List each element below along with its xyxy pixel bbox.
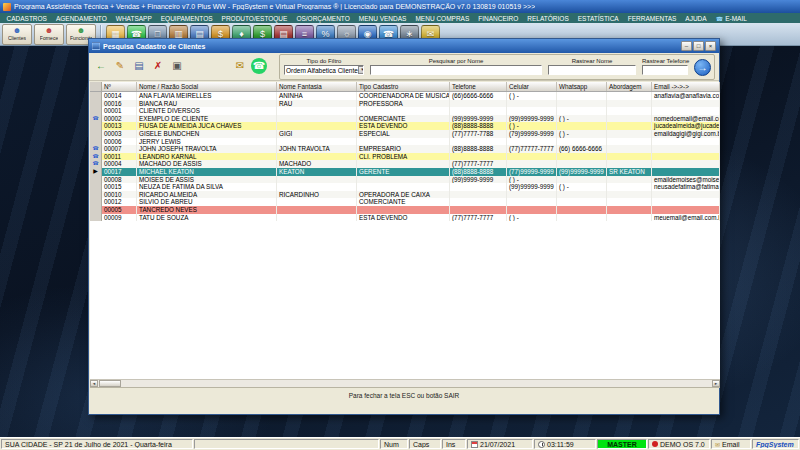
hscroll-thumb[interactable] — [99, 380, 121, 387]
grid-cell: 00011 — [102, 153, 137, 161]
menu-item-ajuda[interactable]: AJUDA — [681, 13, 711, 23]
menu-item-relat-rios[interactable]: RELATÓRIOS — [523, 13, 573, 23]
grid-cell: (99)99999-9999 — [507, 115, 557, 123]
grid-cell — [652, 168, 720, 176]
new-record-button[interactable]: ✎ — [112, 58, 128, 74]
menu-item-equipamentos[interactable]: EQUIPAMENTOS — [156, 13, 217, 23]
grid-cell — [557, 153, 607, 161]
column-header-n[interactable]: Nº — [102, 82, 137, 91]
email-button[interactable]: ✉ — [232, 58, 248, 74]
dialog-titlebar[interactable]: Pesquisa Cadastro de Clientes –□× — [89, 39, 719, 53]
pesquisar-nome-label: Pesquisar por Nome — [370, 57, 542, 65]
grid-cell: (77)7777-7788 — [450, 130, 507, 138]
menu-item-ferramentas[interactable]: FERRAMENTAS — [623, 13, 681, 23]
table-row[interactable]: 00016BIANCA RAURAUPROFESSORA — [90, 100, 720, 108]
grid-cell: 00004 — [102, 160, 137, 168]
grid-cell: ( ) - — [507, 176, 557, 184]
table-row[interactable]: 00003GISELE BUNDCHENGIGIESPECIAL(77)7777… — [90, 130, 720, 138]
search-go-button[interactable]: → — [694, 59, 711, 76]
grid-cell: RICARDO ALMEIDA — [137, 191, 277, 199]
menu-item-estat-stica[interactable]: ESTATÍSTICA — [573, 13, 623, 23]
grid-cell — [607, 206, 652, 214]
menu-item-e-mail[interactable]: ☎E-MAIL — [711, 13, 751, 23]
menu-item-agendamento[interactable]: AGENDAMENTO — [51, 13, 111, 23]
maximize-button[interactable]: □ — [693, 41, 704, 51]
column-header-abordagem[interactable]: Abordagem — [607, 82, 652, 91]
dialog-tool-icons: ←✎▤✗▣✉☎ — [93, 58, 267, 74]
grid-cell: (99)99999-9999 — [507, 183, 557, 191]
table-row[interactable]: 00009TATU DE SOUZAESTA DEVENDO(77)7777-7… — [90, 214, 720, 222]
row-indicator — [90, 100, 102, 108]
table-row[interactable]: ☎00004MACHADO DE ASSISMACHADO(77)7777-77… — [90, 160, 720, 168]
grid-cell — [277, 176, 357, 184]
menu-item-produto-estoque[interactable]: PRODUTO/ESTOQUE — [217, 13, 292, 23]
grid-cell — [607, 214, 652, 222]
row-indicator — [90, 198, 102, 206]
menu-item-financeiro[interactable]: FINANCEIRO — [474, 13, 523, 23]
dialog-title: Pesquisa Cadastro de Clientes — [103, 43, 678, 50]
pesquisar-nome-input[interactable] — [370, 65, 542, 75]
minimize-button[interactable]: – — [681, 41, 692, 51]
grid-cell: ANA FLAVIA MEIRELLES — [137, 92, 277, 100]
column-header-telefone[interactable]: Telefone — [450, 82, 507, 91]
tipo-filtro-select[interactable]: Ordem Alfabetica Cliente ▼ — [284, 65, 364, 75]
grid-cell: MACHADO — [277, 160, 357, 168]
grid-cell: (99)9999-9999 — [450, 115, 507, 123]
dialog-icon — [92, 42, 100, 50]
status-brand: FpqSystem — [752, 439, 799, 449]
grid-cell — [357, 206, 450, 214]
table-row[interactable]: 00014ANA FLAVIA MEIRELLESANINHACOORDENAD… — [90, 92, 720, 100]
grid-cell — [652, 206, 720, 214]
row-indicator — [90, 206, 102, 214]
fornece-button[interactable]: ☻Fornece — [34, 24, 64, 45]
delete-record-button[interactable]: ✗ — [150, 58, 166, 74]
row-indicator — [90, 107, 102, 115]
hscroll-right-button[interactable]: ► — [712, 380, 720, 387]
table-row[interactable]: 00013FIUSA DE ALMEIDA JUCA CHAVESESTA DE… — [90, 122, 720, 130]
table-row[interactable]: ☎00007JOHN JOSEPH TRAVOLTAJOHN TRAVOLTAE… — [90, 145, 720, 153]
grid-cell: EXEMPLO DE CLIENTE — [137, 115, 277, 123]
rastrear-telefone-input[interactable] — [642, 65, 688, 75]
table-row[interactable]: 00006JERRY LEWIS — [90, 138, 720, 146]
column-header-nome-fantasia[interactable]: Nome Fantasia — [277, 82, 357, 91]
rastrear-nome-input[interactable] — [548, 65, 636, 75]
table-row[interactable]: 00005TANCREDO NEVES — [90, 206, 720, 214]
menu-item-menu-vendas[interactable]: MENU VENDAS — [354, 13, 411, 23]
grid-cell: emaildagigi@gigi.com.br — [652, 130, 720, 138]
table-row[interactable]: ▶00017MICHAEL KEATONKEATONGERENTE(88)888… — [90, 168, 720, 176]
close-button[interactable]: × — [705, 41, 716, 51]
table-row[interactable]: 00015NEUZA DE FATIMA DA SILVA(99)99999-9… — [90, 183, 720, 191]
grid-cell — [357, 176, 450, 184]
column-header-email[interactable]: Email ->->-> — [652, 82, 720, 91]
hscroll-track[interactable] — [121, 380, 712, 387]
exit-button[interactable]: ← — [93, 58, 109, 74]
clientes-button[interactable]: ☻Clientes — [2, 24, 32, 45]
table-row[interactable]: 00001CLIENTE DIVERSOS — [90, 107, 720, 115]
menu-item-cadastros[interactable]: CADASTROS — [2, 13, 51, 23]
table-row[interactable]: 00012SILVIO DE ABREUCOMERCIANTE — [90, 198, 720, 206]
grid-cell: (66) 6666-6666 — [557, 145, 607, 153]
whatsapp-button[interactable]: ☎ — [251, 58, 267, 74]
table-row[interactable]: 00010RICARDO ALMEIDARICARDINHOOPERADORA … — [90, 191, 720, 199]
hscroll-left-button[interactable]: ◄ — [90, 380, 98, 387]
column-header-nome-raz-o-social[interactable]: Nome / Razão Social — [137, 82, 277, 91]
status-email[interactable]: ✉ Email — [711, 439, 751, 449]
grid-cell — [357, 107, 450, 115]
column-header-whatsapp[interactable]: Whatsapp — [557, 82, 607, 91]
column-header-tipo-cadastro[interactable]: Tipo Cadastro — [357, 82, 450, 91]
edit-record-button[interactable]: ▤ — [131, 58, 147, 74]
grid-header: NºNome / Razão SocialNome FantasiaTipo C… — [90, 82, 720, 92]
print-button[interactable]: ▣ — [169, 58, 185, 74]
menu-item-os-or-amento[interactable]: OS/ORÇAMENTO — [292, 13, 354, 23]
clients-person-icon: ☻ — [13, 27, 21, 35]
row-indicator: ☎ — [90, 145, 102, 153]
menu-item-whatsapp[interactable]: WHATSAPP — [111, 13, 156, 23]
table-row[interactable]: ☎00011LEANDRO KARNALCLI. PROBLEMA — [90, 153, 720, 161]
chevron-down-icon[interactable]: ▼ — [358, 66, 364, 74]
menu-item-menu-compras[interactable]: MENU COMPRAS — [411, 13, 474, 23]
grid-cell — [607, 183, 652, 191]
table-row[interactable]: ☎00002EXEMPLO DE CLIENTECOMERCIANTE(99)9… — [90, 115, 720, 123]
column-header-celular[interactable]: Celular — [507, 82, 557, 91]
table-row[interactable]: 00008MOISES DE ASSIS(99)9999-9999( ) -em… — [90, 176, 720, 184]
horizontal-scrollbar[interactable]: ◄ ► — [90, 379, 720, 387]
